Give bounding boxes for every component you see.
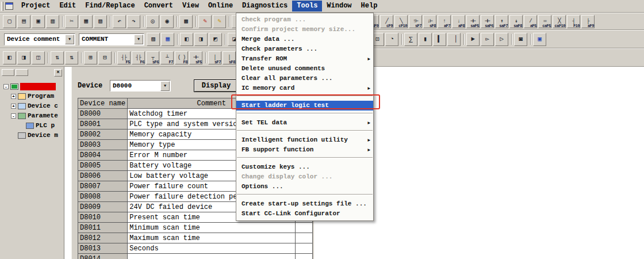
sort-descending-button[interactable]: ⇅ [65,51,78,64]
find-button[interactable]: ◎ [146,15,159,28]
tree-expander[interactable]: - [3,84,9,89]
write-mode-button[interactable]: ✎ [198,15,212,28]
device-name-cell[interactable]: D8014 [78,254,128,259]
convert-block-button[interactable]: ═ caF5 [538,15,551,28]
device-name-cell[interactable]: D8001 [78,119,128,130]
comment-cell[interactable] [128,254,296,259]
device-name-cell[interactable]: D8012 [78,233,128,243]
menu-item-fb-support-function[interactable]: FB support function ► [236,145,373,155]
delete-vertical-line-button[interactable]: ╲ cF10 [394,15,408,28]
toggle-statement-button[interactable]: ◫ [32,51,45,64]
new-project-button[interactable]: ▢ [3,15,16,28]
partial-execution-button[interactable]: ▻ [481,33,494,46]
monitor-condition-button[interactable]: ◔ [385,33,398,46]
paste-button[interactable]: ▧ [94,15,107,28]
falling-pulse-branch-button[interactable]: ↓ aF8 [452,15,465,28]
remote-operation-button[interactable]: ◙ [514,33,527,46]
device-name-cell[interactable]: D8007 [78,181,128,192]
device-name-cell[interactable]: D8008 [78,192,128,202]
menu-item-check-parameters[interactable]: Check parameters ... [236,44,373,54]
menu-convert[interactable]: Convert [140,1,178,12]
menu-item-start-ladder-logic-test[interactable]: Start ladder logic test [236,101,373,111]
program-check-button[interactable]: ▩ [179,15,193,28]
branch-open-button[interactable]: ┬ sF6 [146,51,159,64]
menu-item-set-tel-data[interactable]: Set TEL data ► [236,118,373,128]
scan-time-button[interactable]: ∑ [404,33,417,46]
undo-button[interactable]: ↶ [113,15,126,28]
comment-cell[interactable]: Seconds [128,243,296,254]
monitor-mode-button[interactable]: ✎ [213,15,226,28]
line-delete-button[interactable]: ╳ caF10 [553,15,566,28]
menu-item-intelligent-function-utility[interactable]: Intelligent function utility ► [236,135,373,145]
open-project-button[interactable]: ▤ [17,15,30,28]
rising-pulse-branch-button[interactable]: ↑ aF7 [438,15,451,28]
forced-input-button[interactable]: ▍ [433,33,446,46]
menu-item-clear-all-parameters[interactable]: Clear all parameters ... [236,74,373,83]
menu-project[interactable]: Project [17,1,55,12]
wiring-button[interactable]: ├ aF9 [581,15,595,28]
tile-vertically-button[interactable]: ⊞ [84,51,97,64]
project-data-list-button[interactable]: ◧ [3,51,16,64]
device-name-cell[interactable]: D8004 [78,150,128,161]
dock-handle[interactable] [16,69,28,76]
device-name-cell[interactable]: D8005 [78,161,128,171]
device-name-cell[interactable]: D8010 [78,212,128,223]
forced-output-button[interactable]: ▕ [447,33,461,46]
menu-item-options[interactable]: Options ... [236,182,373,192]
skip-execution-button[interactable]: ► [466,33,480,46]
comment-cell[interactable]: Minimum scan time [128,223,296,233]
close-contact-not-button[interactable]: ⊣⊢ saF6 [481,15,494,28]
print-button[interactable]: ▥ [46,15,59,28]
menu-tools[interactable]: Tools [292,1,322,12]
menu-item-ic-memory-card[interactable]: IC memory card ► [236,83,373,93]
contact-branch-button[interactable]: ⊣⊢ sF5 [189,51,202,64]
device-name-cell[interactable]: D8002 [78,130,128,140]
tree-item-project-root[interactable]: - [0,82,64,92]
menu-online[interactable]: Online [204,1,237,12]
menu-view[interactable]: View [178,1,204,12]
sort-ascending-button[interactable]: ⇅ [51,51,64,64]
copy-button[interactable]: ▦ [79,15,93,28]
menubar-grip[interactable] [1,2,3,11]
device-name-header[interactable]: Device name [78,98,128,109]
delete-horizontal-line-button[interactable]: ╱ cF9 [380,15,393,28]
dock-handle[interactable] [2,69,14,76]
menu-item-merge-data[interactable]: Merge data ... [236,35,373,44]
open-contact-not-button[interactable]: ⊣⊢ saF5 [466,15,480,28]
device-name-cell[interactable]: D8003 [78,140,128,150]
vertical-up-button[interactable]: │ sF7 [208,51,221,64]
device-name-cell[interactable]: D8000 [78,109,128,119]
tree-item-plc-parameter[interactable]: PLC p [0,121,64,131]
device-name-cell[interactable]: D8006 [78,171,128,181]
end-line-button[interactable]: ┤ F10 [567,15,580,28]
menu-item-start-cclink-configurator[interactable]: Start CC-Link Configurator [236,209,373,219]
device-name-cell[interactable]: D8013 [78,243,128,254]
menu-find-replace[interactable]: Find/Replace [80,1,139,12]
comment-display-button[interactable]: ▨ [147,33,160,46]
find-replace-button[interactable]: ◉ [160,15,174,28]
find-instruction-button[interactable]: ◨ [194,33,208,46]
branch-close-button[interactable]: ┴ F7 [160,51,174,64]
display-button[interactable]: Display [194,79,239,92]
menu-help[interactable]: Help [356,1,382,12]
rung-up-button[interactable]: ┤├ F5 [117,51,131,64]
menu-item-customize-keys[interactable]: Customize keys ... [236,162,373,172]
data-type-select[interactable]: Device comment ▼ [4,33,75,45]
tree-item-device-memory[interactable]: Device m [0,131,64,140]
menu-item-transfer-rom[interactable]: Transfer ROM ► [236,54,373,64]
tree-item-device-comment[interactable]: + Device c [0,101,64,111]
coil-branch-button[interactable]: ( ) F8 [175,51,188,64]
tree-expander[interactable]: + [11,104,16,109]
ladder-monitor-window-button[interactable]: ▣ [533,33,546,46]
menu-window[interactable]: Window [322,1,356,12]
tree-item-parameter[interactable]: - Paramete [0,111,64,121]
find-step-button[interactable]: ◩ [209,33,222,46]
tree-expander[interactable]: + [11,94,16,99]
invert-operation-button[interactable]: / aF5 [524,15,537,28]
comment-edit-button[interactable]: ▦ [161,33,174,46]
device-select[interactable]: D8000 ▼ [110,80,171,92]
redo-button[interactable]: ↷ [127,15,140,28]
cut-button[interactable]: ✂ [65,15,78,28]
toggle-comment-button[interactable]: ◨ [17,51,30,64]
menu-item-delete-unused-comments[interactable]: Delete unused comments [236,64,373,74]
